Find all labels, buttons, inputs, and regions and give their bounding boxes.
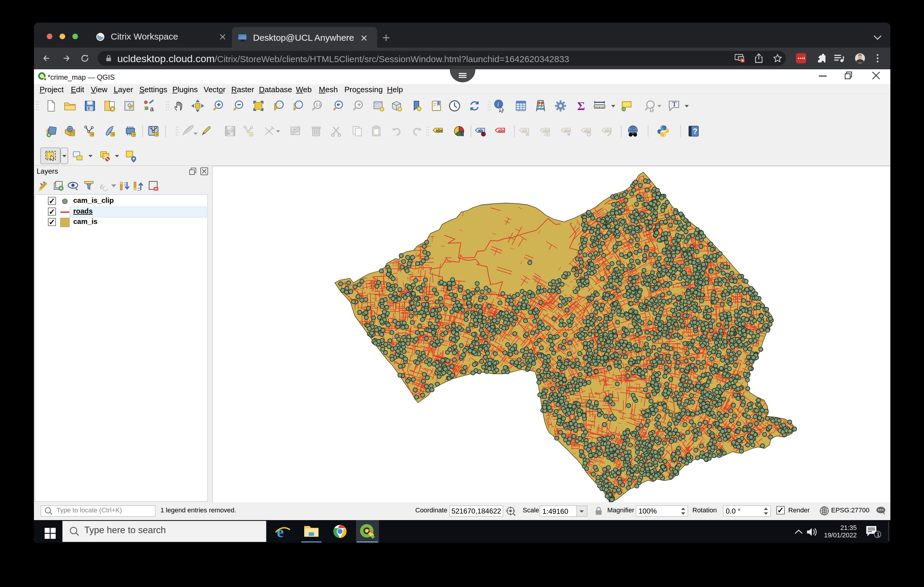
svg-text:abc: abc (584, 128, 591, 133)
svg-text:✳: ✳ (72, 132, 75, 136)
svg-text:✳: ✳ (155, 132, 158, 136)
svg-text:abc: abc (543, 128, 550, 133)
svg-text:✳: ✳ (112, 132, 115, 136)
svg-text:e: e (277, 524, 284, 539)
svg-text:1:1: 1:1 (316, 103, 321, 107)
svg-text:abc: abc (498, 128, 505, 133)
svg-text:abc: abc (564, 128, 571, 133)
svg-text:ab: ab (522, 128, 527, 133)
svg-text:i: i (497, 101, 499, 108)
svg-text:?: ? (693, 127, 698, 136)
svg-text:abc: abc (436, 128, 443, 133)
svg-text:✳: ✳ (91, 132, 94, 136)
svg-text:a: a (150, 105, 154, 113)
svg-text:T: T (672, 100, 676, 108)
svg-text:abc: abc (605, 128, 612, 133)
svg-text:Σ: Σ (577, 99, 585, 113)
svg-text:✳: ✳ (250, 132, 253, 136)
svg-text:✳: ✳ (132, 133, 135, 137)
svg-text:1: 1 (877, 531, 880, 538)
